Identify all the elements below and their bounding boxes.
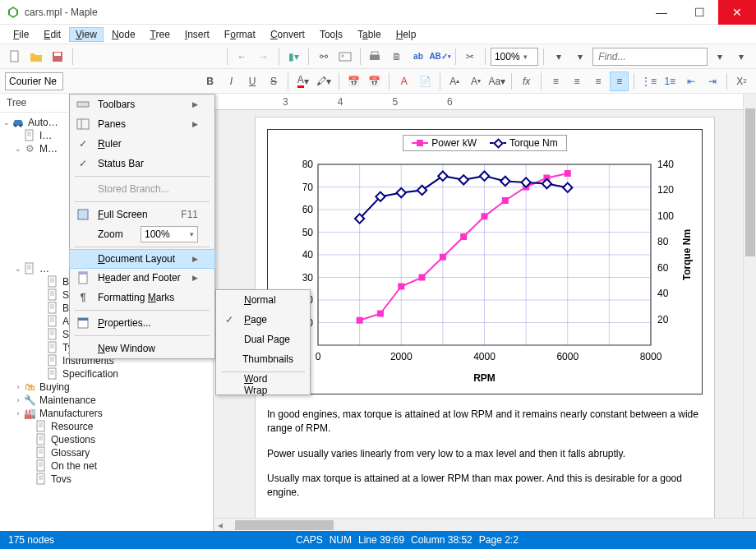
menu-insert[interactable]: Insert [178, 27, 216, 42]
close-button[interactable]: ✕ [718, 0, 756, 25]
svg-rect-111 [398, 284, 404, 290]
tree-node[interactable]: Resource [2, 420, 211, 433]
menu-layout-wordwrap[interactable]: Word Wrap [216, 375, 310, 394]
svg-text:40: 40 [657, 288, 669, 299]
menu-node[interactable]: Node [105, 27, 142, 42]
highlight-button[interactable]: 🖍▾ [315, 72, 334, 91]
maximize-button[interactable]: ☐ [680, 0, 718, 25]
align-right-button[interactable]: ≡ [589, 72, 608, 91]
svg-text:Torque Nm: Torque Nm [681, 229, 693, 280]
svg-text:RPM: RPM [473, 372, 496, 384]
menu-file[interactable]: File [7, 27, 35, 42]
svg-rect-119 [565, 170, 571, 177]
tree-node[interactable]: ›🏭Manufacturers [2, 407, 211, 420]
print-preview-button[interactable]: 🗎 [387, 47, 406, 67]
menu-tree[interactable]: Tree [144, 27, 177, 42]
cut-button[interactable]: ✂ [461, 47, 480, 67]
svg-text:40: 40 [302, 249, 314, 261]
options2-button[interactable]: ▾ [571, 47, 590, 67]
menu-layout-page[interactable]: ✓Page [216, 310, 310, 330]
numbering-button[interactable]: 1≡ [661, 72, 680, 91]
bullets-button[interactable]: ⋮≡ [639, 72, 658, 91]
bookmark-button[interactable]: ▮▾ [284, 47, 303, 67]
menu-formatting-marks[interactable]: ¶Formatting Marks [70, 288, 214, 307]
italic-button[interactable]: I [222, 72, 241, 91]
new-doc-button[interactable] [5, 47, 24, 67]
save-button[interactable] [48, 47, 67, 67]
menu-layout-normal[interactable]: Normal [216, 290, 310, 310]
subscript-button[interactable]: X2 [732, 72, 751, 91]
svg-rect-131 [77, 102, 89, 107]
menu-properties[interactable]: Properties... [70, 313, 214, 333]
zoom-combo[interactable]: 100%▾ [491, 48, 539, 66]
tree-node[interactable]: Specification [2, 367, 211, 381]
minimize-button[interactable]: — [643, 0, 680, 25]
case-button[interactable]: Aa▾ [487, 72, 506, 91]
menu-view[interactable]: View [69, 27, 104, 42]
titlebar: cars.mpl - Maple — ☐ ✕ [0, 0, 756, 25]
scrollbar-vertical[interactable] [743, 94, 756, 518]
print-button[interactable] [366, 47, 385, 67]
ruler[interactable]: 3 4 5 6 [214, 94, 756, 110]
tree-node[interactable]: ›🛍Buying [2, 381, 211, 394]
open-button[interactable] [26, 47, 45, 67]
tree-header-label: Tree [7, 97, 26, 108]
font-combo[interactable]: Courier Ne [5, 72, 63, 90]
formula-button[interactable]: fx [517, 72, 536, 91]
para-button[interactable]: 📄 [416, 72, 435, 91]
strike-button[interactable]: S [265, 72, 284, 91]
body-text[interactable]: In good engines, max torque is attained … [267, 408, 703, 500]
menu-full-screen[interactable]: Full ScreenF11 [70, 205, 214, 224]
image-button[interactable] [335, 47, 354, 67]
align-justify-button[interactable]: ≡ [610, 72, 629, 91]
tree-node[interactable]: Tovs [2, 473, 211, 486]
scrollbar-horizontal[interactable]: ◂ [214, 518, 756, 531]
menu-header-footer[interactable]: Header and Footer▶ [70, 268, 214, 288]
menu-help[interactable]: Help [390, 27, 423, 42]
font-grow-button[interactable]: A▴ [445, 72, 464, 91]
tree-node[interactable]: Glossary [2, 446, 211, 459]
find-next-button[interactable]: ▾ [732, 47, 751, 67]
back-button[interactable]: ← [233, 47, 251, 67]
menu-edit[interactable]: Edit [37, 27, 67, 42]
menu-layout-thumbnails[interactable]: Thumbnails [216, 349, 310, 369]
spelling-button[interactable]: ab [408, 47, 427, 67]
menu-convert[interactable]: Convert [264, 27, 311, 42]
menu-tools[interactable]: Tools [313, 27, 349, 42]
menu-layout-dual[interactable]: Dual Page [216, 330, 310, 349]
menu-new-window[interactable]: New Window [70, 339, 214, 358]
underline-button[interactable]: U [243, 72, 262, 91]
menu-panes[interactable]: Panes▶ [70, 114, 214, 134]
menu-ruler[interactable]: ✓Ruler [70, 134, 214, 154]
options-button[interactable]: ▾ [549, 47, 568, 67]
font-button[interactable]: A [394, 72, 413, 91]
menu-format[interactable]: Format [218, 27, 262, 42]
date2-button[interactable]: 📅 [366, 72, 385, 91]
menu-document-layout[interactable]: Document Layout▶ [69, 249, 215, 269]
bold-button[interactable]: B [201, 72, 219, 91]
menu-toolbars[interactable]: Toolbars▶ [70, 95, 214, 114]
font-shrink-button[interactable]: A▾ [467, 72, 486, 91]
align-left-button[interactable]: ≡ [546, 72, 565, 91]
forward-button[interactable]: → [254, 47, 273, 67]
svg-text:70: 70 [302, 182, 314, 193]
find-input[interactable] [592, 48, 708, 66]
menu-statusbar[interactable]: ✓Status Bar [70, 154, 214, 173]
link-button[interactable]: ⚯ [314, 47, 333, 67]
spellcheck-button[interactable]: AB✓▾ [431, 47, 450, 67]
tree-node[interactable]: On the net [2, 459, 211, 473]
date-button[interactable]: 📅 [344, 72, 363, 91]
menu-zoom[interactable]: Zoom100%▾ [70, 224, 214, 244]
svg-rect-127 [500, 177, 509, 186]
menu-table[interactable]: Table [351, 27, 388, 42]
outdent-button[interactable]: ⇤ [682, 72, 701, 91]
indent-button[interactable]: ⇥ [703, 72, 721, 91]
font-color-button[interactable]: A▾ [293, 72, 312, 91]
tree-node[interactable]: Questions [2, 433, 211, 446]
align-center-button[interactable]: ≡ [568, 72, 587, 91]
find-prev-button[interactable]: ▾ [710, 47, 729, 67]
svg-rect-109 [357, 317, 363, 324]
tree-node[interactable]: ›🔧Maintenance [2, 394, 211, 407]
statusbar-num: NUM [330, 534, 352, 546]
font-name: Courier Ne [9, 76, 57, 87]
